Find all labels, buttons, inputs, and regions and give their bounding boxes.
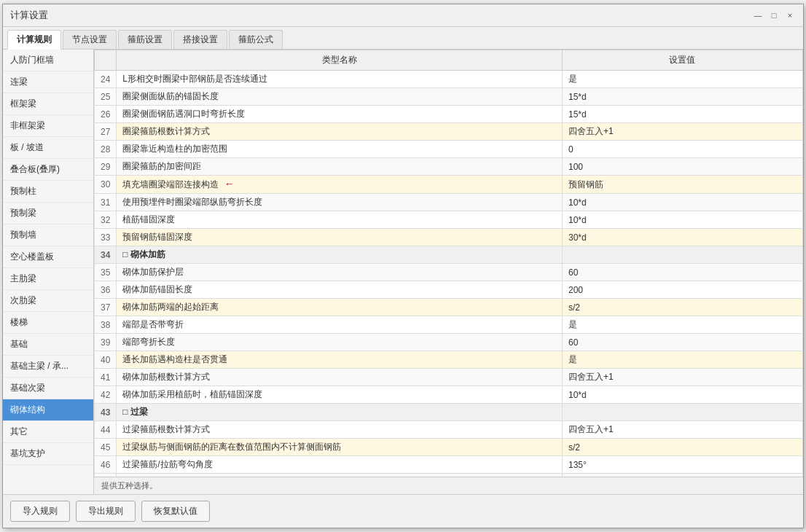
row-number: 34: [95, 246, 117, 264]
row-number: 33: [95, 229, 117, 246]
sidebar-item-17[interactable]: 其它: [3, 421, 93, 443]
import-rules-button[interactable]: 导入规则: [10, 501, 70, 522]
sidebar-item-0[interactable]: 人防门框墙: [3, 50, 93, 71]
row-number: 37: [95, 299, 117, 316]
titlebar: 计算设置 — □ ×: [3, 4, 803, 27]
row-number: 30: [95, 176, 117, 194]
row-type: 砌体加筋采用植筋时，植筋锚固深度: [117, 386, 563, 404]
footer-buttons: 导入规则 导出规则 恢复默认值: [3, 494, 803, 528]
sidebar-item-3[interactable]: 非框架梁: [3, 115, 93, 137]
sidebar-item-1[interactable]: 连梁: [3, 71, 93, 93]
sidebar-item-9[interactable]: 空心楼盖板: [3, 246, 93, 268]
table-row[interactable]: 41砌体加筋根数计算方式四舍五入+1: [95, 369, 803, 386]
sidebar-item-11[interactable]: 次肋梁: [3, 290, 93, 312]
table-row[interactable]: 36砌体加筋锚固长度200: [95, 281, 803, 299]
table-row[interactable]: 33预留钢筋锚固深度30*d: [95, 229, 803, 246]
table-row[interactable]: 42砌体加筋采用植筋时，植筋锚固深度10*d: [95, 386, 803, 404]
settings-table: 类型名称 设置值 24L形相交时圈梁中部钢筋是否连续通过是25圈梁侧面纵筋的锚固…: [94, 50, 803, 477]
row-value: [562, 246, 802, 264]
table-row[interactable]: 43□ 过梁: [95, 404, 803, 421]
row-type: 过梁箍筋根数计算方式: [117, 421, 563, 439]
close-button[interactable]: ×: [784, 9, 796, 21]
row-value: 135°: [562, 456, 802, 474]
table-row[interactable]: 39端部弯折长度60: [95, 334, 803, 351]
row-type: 端部是否带弯折: [117, 316, 563, 334]
tab-stirrup-formula[interactable]: 箍筋公式: [229, 30, 283, 49]
sidebar-item-7[interactable]: 预制梁: [3, 203, 93, 224]
col-value-header: 设置值: [562, 50, 802, 71]
table-row[interactable]: 30填充墙圈梁端部连接构造 ←预留钢筋: [95, 176, 803, 194]
sidebar-item-2[interactable]: 框架梁: [3, 93, 93, 115]
sidebar-item-16[interactable]: 砌体结构: [3, 399, 93, 421]
row-type: 预留钢筋锚固深度: [117, 229, 563, 246]
row-value: 四舍五入+1: [562, 123, 802, 141]
sidebar-item-18[interactable]: 基坑支护: [3, 443, 93, 465]
row-number: 40: [95, 351, 117, 369]
restore-defaults-button[interactable]: 恢复默认值: [141, 501, 210, 522]
table-row[interactable]: 32植筋锚固深度10*d: [95, 211, 803, 229]
table-row[interactable]: 28圈梁靠近构造柱的加密范围0: [95, 141, 803, 158]
maximize-button[interactable]: □: [768, 9, 780, 21]
table-row[interactable]: 40通长加筋遇构造柱是否贯通是: [95, 351, 803, 369]
tab-lap-settings[interactable]: 搭接设置: [173, 30, 227, 49]
row-number: 46: [95, 456, 117, 474]
row-type: 圈梁侧面纵筋的锚固长度: [117, 88, 563, 106]
tab-calc-rules[interactable]: 计算规则: [7, 30, 61, 50]
sidebar-item-12[interactable]: 楼梯: [3, 312, 93, 334]
row-number: 38: [95, 316, 117, 334]
row-value: 60: [562, 264, 802, 281]
row-type: 砌体加筋锚固长度: [117, 281, 563, 299]
table-row[interactable]: 24L形相交时圈梁中部钢筋是否连续通过是: [95, 71, 803, 88]
row-value: 四舍五入+1: [562, 369, 802, 386]
row-value: 100: [562, 158, 802, 176]
table-row[interactable]: 34□ 砌体加筋: [95, 246, 803, 264]
row-number: 39: [95, 334, 117, 351]
row-type: L形相交时圈梁中部钢筋是否连续通过: [117, 71, 563, 88]
row-type: 圈梁侧面钢筋遇洞口时弯折长度: [117, 106, 563, 123]
table-row[interactable]: 46过梁箍筋/拉筋弯勾角度135°: [95, 456, 803, 474]
row-number: 44: [95, 421, 117, 439]
row-type: 圈梁箍筋的加密间距: [117, 158, 563, 176]
tab-stirrup-settings[interactable]: 箍筋设置: [118, 30, 172, 49]
table-row[interactable]: 27圈梁箍筋根数计算方式四舍五入+1: [95, 123, 803, 141]
table-row[interactable]: 37砌体加筋两端的起始距离s/2: [95, 299, 803, 316]
row-number: 29: [95, 158, 117, 176]
sidebar-item-6[interactable]: 预制柱: [3, 181, 93, 203]
sidebar-item-8[interactable]: 预制墙: [3, 224, 93, 246]
table-row[interactable]: 45过梁纵筋与侧面钢筋的距离在数值范围内不计算侧面钢筋s/2: [95, 439, 803, 456]
row-number: 45: [95, 439, 117, 456]
table-row[interactable]: 35砌体加筋保护层60: [95, 264, 803, 281]
row-value: s/2: [562, 439, 802, 456]
export-rules-button[interactable]: 导出规则: [76, 501, 136, 522]
minimize-button[interactable]: —: [752, 9, 764, 21]
row-type: 通长加筋遇构造柱是否贯通: [117, 351, 563, 369]
content-area: 类型名称 设置值 24L形相交时圈梁中部钢筋是否连续通过是25圈梁侧面纵筋的锚固…: [94, 50, 803, 494]
table-row[interactable]: 25圈梁侧面纵筋的锚固长度15*d: [95, 88, 803, 106]
row-number: 43: [95, 404, 117, 421]
table-row[interactable]: 44过梁箍筋根数计算方式四舍五入+1: [95, 421, 803, 439]
col-type-header: 类型名称: [117, 50, 563, 71]
status-bar: 提供五种选择。: [94, 477, 803, 494]
row-type: 填充墙圈梁端部连接构造 ←: [117, 176, 563, 194]
table-row[interactable]: 38端部是否带弯折是: [95, 316, 803, 334]
row-number: 28: [95, 141, 117, 158]
sidebar-item-10[interactable]: 主肋梁: [3, 268, 93, 290]
tab-node-settings[interactable]: 节点设置: [63, 30, 117, 49]
table-row[interactable]: 29圈梁箍筋的加密间距100: [95, 158, 803, 176]
row-type: 圈梁箍筋根数计算方式: [117, 123, 563, 141]
row-number: 27: [95, 123, 117, 141]
row-number: 31: [95, 194, 117, 211]
row-value: 30*d: [562, 229, 802, 246]
row-value: 200: [562, 281, 802, 299]
table-container[interactable]: 类型名称 设置值 24L形相交时圈梁中部钢筋是否连续通过是25圈梁侧面纵筋的锚固…: [94, 50, 803, 477]
main-content: 人防门框墙连梁框架梁非框架梁板 / 坡道叠合板(叠厚)预制柱预制梁预制墙空心楼盖…: [3, 50, 803, 494]
sidebar-item-13[interactable]: 基础: [3, 334, 93, 356]
status-text: 提供五种选择。: [101, 481, 157, 490]
table-row[interactable]: 31使用预埋件时圈梁端部纵筋弯折长度10*d: [95, 194, 803, 211]
sidebar-item-15[interactable]: 基础次梁: [3, 378, 93, 399]
sidebar-item-5[interactable]: 叠合板(叠厚): [3, 159, 93, 181]
row-number: 26: [95, 106, 117, 123]
sidebar-item-4[interactable]: 板 / 坡道: [3, 137, 93, 159]
table-row[interactable]: 26圈梁侧面钢筋遇洞口时弯折长度15*d: [95, 106, 803, 123]
sidebar-item-14[interactable]: 基础主梁 / 承...: [3, 356, 93, 378]
